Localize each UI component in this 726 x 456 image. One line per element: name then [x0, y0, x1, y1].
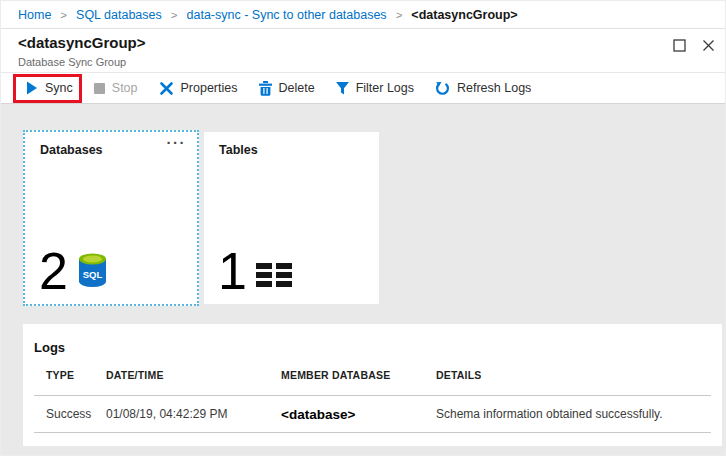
log-details: Schema information obtained successfully… — [436, 407, 722, 421]
properties-button[interactable]: Properties — [159, 81, 238, 96]
breadcrumb-home[interactable]: Home — [18, 8, 51, 22]
delete-button[interactable]: Delete — [259, 81, 315, 96]
databases-tile[interactable]: Databases ··· 2 SQL — [23, 130, 199, 306]
logs-column-datetime: DATE/TIME — [106, 369, 281, 381]
delete-button-label: Delete — [279, 81, 315, 95]
refresh-arrow-icon — [435, 81, 450, 96]
window-controls — [672, 38, 716, 53]
refresh-logs-button-label: Refresh Logs — [457, 81, 531, 95]
breadcrumb-separator: > — [171, 9, 178, 21]
logs-column-details: DETAILS — [436, 369, 722, 381]
play-icon — [26, 81, 38, 95]
breadcrumb-separator: > — [60, 9, 67, 21]
stop-square-icon — [94, 83, 105, 94]
sql-database-icon: SQL — [77, 252, 108, 289]
page-title: <datasyncGroup> — [18, 34, 146, 51]
trash-icon — [259, 81, 272, 96]
page-subtitle: Database Sync Group — [18, 56, 126, 68]
maximize-icon[interactable] — [672, 38, 687, 53]
stop-button-label: Stop — [112, 81, 138, 95]
databases-tile-body: 2 SQL — [39, 250, 108, 293]
datasync-group-window: Home > SQL databases > data-sync - Sync … — [0, 0, 726, 456]
log-type: Success — [46, 407, 106, 421]
table-rows-icon — [256, 263, 292, 287]
logs-column-type: TYPE — [46, 369, 106, 381]
breadcrumb-separator: > — [396, 9, 403, 21]
tables-count: 1 — [218, 250, 247, 293]
stop-button[interactable]: Stop — [94, 81, 138, 95]
filter-logs-button-label: Filter Logs — [356, 81, 414, 95]
breadcrumb-sql-databases[interactable]: SQL databases — [76, 8, 162, 22]
properties-button-label: Properties — [181, 81, 238, 95]
databases-count: 2 — [39, 250, 68, 293]
log-row[interactable]: Success 01/08/19, 04:42:29 PM <database>… — [23, 396, 722, 432]
log-datetime: 01/08/19, 04:42:29 PM — [106, 407, 281, 421]
sync-button[interactable]: Sync — [26, 81, 73, 95]
tables-tile-title: Tables — [219, 143, 258, 157]
databases-tile-title: Databases — [40, 143, 103, 157]
close-icon[interactable] — [701, 38, 716, 53]
filter-funnel-icon — [336, 82, 349, 95]
log-member-database: <database> — [281, 407, 436, 422]
refresh-logs-button[interactable]: Refresh Logs — [435, 81, 531, 96]
crossed-tools-icon — [159, 81, 174, 96]
divider — [34, 432, 711, 433]
ellipsis-icon[interactable]: ··· — [167, 134, 187, 151]
sql-icon-label: SQL — [83, 269, 103, 280]
breadcrumb-data-sync[interactable]: data-sync - Sync to other databases — [187, 8, 387, 22]
breadcrumb: Home > SQL databases > data-sync - Sync … — [1, 1, 725, 29]
tables-tile[interactable]: Tables 1 — [204, 132, 379, 304]
page-header: <datasyncGroup> Database Sync Group — [1, 29, 725, 72]
logs-title: Logs — [23, 324, 722, 355]
sync-button-label: Sync — [45, 81, 73, 95]
content-area: Databases ··· 2 SQL Tables 1 — [1, 104, 725, 455]
filter-logs-button[interactable]: Filter Logs — [336, 81, 414, 95]
logs-table-header: TYPE DATE/TIME MEMBER DATABASE DETAILS — [23, 366, 722, 384]
command-toolbar: Sync Stop Properties — [1, 72, 725, 104]
tables-tile-body: 1 — [218, 250, 292, 293]
logs-column-member-database: MEMBER DATABASE — [281, 369, 436, 381]
breadcrumb-current-page: <datasyncGroup> — [411, 8, 517, 22]
logs-panel: Logs TYPE DATE/TIME MEMBER DATABASE DETA… — [23, 324, 722, 446]
